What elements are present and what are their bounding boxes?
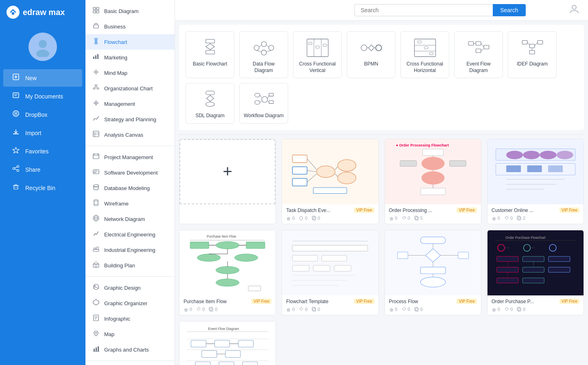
svg-point-14 [13,168,15,170]
svg-rect-269 [191,340,206,347]
template-card-event-flow[interactable]: Event Flow Diagram [179,321,276,365]
task-dispatch-stats: 0 0 0 [286,216,374,221]
menu-item-wireframe[interactable]: Wireframe [85,196,175,211]
cross-functional-h-icon [413,37,437,58]
dropbox-icon [11,110,20,119]
menu-item-business[interactable]: Business [85,19,175,34]
sidebar-item-my-documents[interactable]: My Documents [3,87,82,105]
menu-section-3: Graphic Design Graphic Organizer Infogra… [85,277,175,361]
svg-rect-228 [420,237,446,243]
svg-rect-220 [313,265,330,271]
svg-point-100 [261,42,267,47]
template-card-purchase-item[interactable]: Purchase Item Flow [179,230,276,315]
basic-flowchart-icon [198,37,222,58]
diagram-type-event-flow[interactable]: Event Flow Diagram [454,31,503,78]
menu-item-infographic[interactable]: Infographic [85,311,175,326]
sidebar-item-new[interactable]: New [3,69,82,87]
menu-item-org-chart[interactable]: Organizational Chart [85,81,175,96]
template-card-customer-online[interactable]: Customer Online ... VIP Free 0 0 [487,139,584,224]
flowchart-menu-icon [92,38,100,46]
svg-rect-126 [476,49,481,52]
sidebar-item-share[interactable]: Share [3,161,82,178]
diagram-type-workflow[interactable]: Workflow Diagram [239,83,288,124]
template-card-order-purchase[interactable]: Order Purchase Flowchart [487,230,584,315]
menu-item-analysis[interactable]: Analysis Canvas [85,127,175,142]
search-button[interactable]: Search [493,4,525,16]
cross-functional-v-label: Cross Functional Vertical [297,61,337,74]
menu-label-org-chart: Organizational Chart [104,85,153,92]
task-dispatch-info: Task Dispatch Eve... VIP Free 0 0 [282,204,378,224]
template-card-task-dispatch[interactable]: Task Dispatch Eve... VIP Free 0 0 [282,139,378,224]
sidebar-item-import[interactable]: Import [3,124,82,142]
svg-text:Event Flow Diagram: Event Flow Diagram [208,327,239,331]
business-menu-icon [92,22,100,31]
svg-point-82 [94,286,96,287]
menu-item-management[interactable]: Management [85,96,175,111]
svg-point-198 [216,241,239,249]
svg-point-101 [269,45,274,50]
menu-item-basic-diagram[interactable]: Basic Diagram [85,3,175,19]
svg-point-170 [421,171,444,184]
menu-item-industrial[interactable]: Industrial Engineering [85,242,175,258]
menu-item-software-dev[interactable]: Software Development [85,165,175,180]
diagram-type-bpmn[interactable]: BPMN [347,31,396,78]
sidebar-item-dropbox[interactable]: DropBox [3,106,82,123]
diagram-type-idef[interactable]: IDEF Diagram [508,31,557,78]
menu-item-building[interactable]: Building Plan [85,258,175,273]
user-profile-icon[interactable] [568,3,580,17]
menu-label-database: Database Modeling [104,185,150,191]
svg-rect-33 [95,55,96,59]
svg-rect-213 [210,308,213,311]
customer-online-thumb [487,139,584,204]
menu-item-network[interactable]: Network Diagram [85,211,175,227]
svg-rect-22 [93,7,96,10]
menu-item-graphs-charts[interactable]: Graphs and Charts [85,342,175,357]
template-card-row2-1[interactable]: Flowchart Template VIP Free 0 0 [282,230,378,315]
sidebar-label-favorites: Favorites [25,148,49,155]
menu-item-electrical[interactable]: Electrical Engineering [85,227,175,242]
diagram-type-basic-flowchart[interactable]: Basic Flowchart [186,31,234,78]
svg-rect-23 [96,7,99,10]
infographic-menu-icon [92,315,100,323]
cross-functional-h-label: Cross Functional Horizontal [405,61,445,74]
menu-item-graphic-design[interactable]: Graphic Design [85,280,175,295]
menu-section-2: Project Management Software Development … [85,146,175,277]
template-card-row2-2[interactable]: Process Flow VIP Free 0 0 [385,230,481,315]
sidebar-label-import: Import [25,130,42,136]
svg-point-47 [96,103,96,103]
svg-rect-251 [549,256,570,262]
svg-rect-152 [293,155,307,163]
svg-rect-131 [522,40,527,44]
svg-rect-233 [397,252,408,258]
svg-rect-41 [93,88,95,89]
template-card-order-processing[interactable]: ● Order Processing Flowchart Or [385,139,481,224]
sidebar-item-recycle-bin[interactable]: Recycle Bin [3,179,82,197]
svg-rect-52 [93,131,99,137]
svg-point-202 [197,254,221,261]
menu-item-graphic-organizer[interactable]: Graphic Organizer [85,295,175,311]
sidebar-item-favorites[interactable]: Favorites [3,142,82,160]
svg-point-88 [95,332,97,334]
menu-item-map[interactable]: Map [85,326,175,342]
diagram-type-cross-functional-h[interactable]: Cross Functional Horizontal [400,31,449,78]
svg-rect-258 [497,278,518,283]
template-card-new[interactable]: + [179,139,276,224]
menu-item-marketing[interactable]: Marketing [85,50,175,65]
purchase-item-badge: VIP Free [251,299,271,304]
diagram-type-data-flow[interactable]: Data Flow Diagram [239,31,288,78]
diagram-type-sdl[interactable]: SDL Diagram [186,83,234,124]
diagram-type-cross-functional-v[interactable]: Cross Functional Vertical [293,31,342,78]
menu-item-database[interactable]: Database Modeling [85,180,175,196]
menu-item-flowchart[interactable]: Flowchart [85,34,175,50]
menu-label-electrical: Electrical Engineering [104,232,155,238]
menu-item-project-mgmt[interactable]: Project Management [85,149,175,165]
order-purchase-thumb: Order Purchase Flowchart [487,230,584,295]
search-input[interactable] [354,4,493,16]
svg-line-150 [267,95,269,98]
svg-rect-262 [517,307,520,310]
menu-item-mind-map[interactable]: Mind Map [85,65,175,81]
svg-rect-26 [94,25,98,28]
svg-line-104 [266,45,268,47]
menu-item-strategy[interactable]: Strategy and Planning [85,111,175,127]
svg-rect-234 [458,252,468,258]
